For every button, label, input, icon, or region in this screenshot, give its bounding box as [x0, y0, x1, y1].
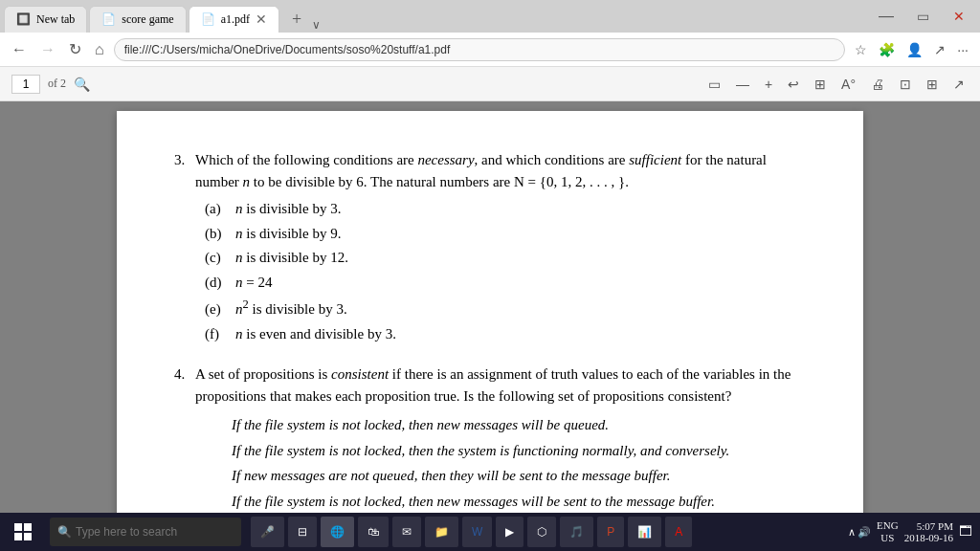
search-icon: 🔍 — [57, 525, 72, 540]
tab-icon: 📄 — [101, 12, 116, 27]
tab-icon: 🔲 — [16, 12, 31, 27]
maximize-button[interactable]: ▭ — [905, 4, 940, 29]
taskbar-powerpoint-icon[interactable]: P — [597, 517, 624, 547]
problem-3-necessary: necessary — [417, 152, 474, 167]
more-icon[interactable]: ··· — [953, 38, 972, 61]
tab-a1-pdf[interactable]: 📄 a1.pdf ✕ — [189, 6, 279, 33]
system-tray: ∧ 🔊 — [848, 526, 871, 539]
browser-chrome: 🔲 New tab 📄 score game 📄 a1.pdf ✕ + ∨ — … — [0, 0, 980, 67]
taskbar-explorer-icon[interactable]: 📁 — [425, 517, 458, 547]
page-total: of 2 — [48, 77, 66, 91]
language-indicator: ENG US — [877, 519, 899, 544]
pdf-toolbar: of 2 🔍 ▭ — + ↩ ⊞ A° 🖨 ⊡ ⊞ ↗ — [0, 67, 980, 101]
speaker-icon[interactable]: 🔊 — [858, 526, 871, 539]
taskbar-store-icon[interactable]: 🛍 — [358, 517, 389, 547]
fit-page-button[interactable]: ▭ — [704, 75, 724, 94]
pdf-search-button[interactable]: 🔍 — [74, 77, 90, 92]
taskbar-mic-icon[interactable]: 🎤 — [251, 517, 284, 547]
back-button[interactable]: ← — [8, 37, 31, 62]
problem-4-header: 4. A set of propositions is consistent i… — [174, 364, 806, 407]
proposition-4: If the file system is not locked, then n… — [232, 491, 806, 513]
bookmark-icon[interactable]: ☆ — [851, 38, 871, 61]
item-c-label: (c) — [205, 247, 232, 269]
item-a-text: n is divisible by 3. — [235, 198, 341, 220]
tab-chevron-icon[interactable]: ∨ — [312, 18, 321, 33]
notification-icon[interactable]: 🗔 — [959, 524, 972, 540]
problem-4-intro: A set of propositions is — [195, 366, 327, 382]
problem-3-intro2: , and which conditions are — [475, 152, 626, 167]
lang-label: ENG — [877, 519, 899, 532]
taskbar-word-icon[interactable]: W — [462, 517, 492, 547]
refresh-button[interactable]: ↻ — [65, 36, 85, 62]
problem-3-item-a: (a) n is divisible by 3. — [205, 198, 806, 220]
taskbar-right: ∧ 🔊 ENG US 5:07 PM 2018-09-16 🗔 — [840, 519, 980, 544]
problem-3-sufficient: sufficient — [629, 152, 681, 167]
item-c-text: n is divisible by 12. — [235, 247, 348, 269]
tab-label: score game — [122, 12, 173, 27]
problem-3-item-c: (c) n is divisible by 12. — [205, 247, 806, 269]
nav-bar: ← → ↻ ⌂ ☆ 🧩 👤 ↗ ··· — [0, 33, 980, 67]
problem-3-intro: Which of the following conditions are — [195, 152, 414, 167]
taskbar-apps: 🎤 ⊟ 🌐 🛍 ✉ 📁 W ▶ ⬡ 🎵 P 📊 A — [245, 517, 840, 547]
item-d-label: (d) — [205, 272, 232, 294]
item-b-text: n is divisible by 9. — [235, 223, 341, 245]
tab-score-game[interactable]: 📄 score game — [89, 6, 186, 33]
new-tab-button[interactable]: + — [283, 6, 310, 33]
taskbar-search[interactable]: 🔍 — [50, 518, 241, 546]
clock: 5:07 PM 2018-09-16 — [904, 520, 953, 543]
time-display: 5:07 PM — [904, 520, 953, 532]
zoom-in-button[interactable]: + — [761, 75, 776, 94]
problem-3-number: 3. — [174, 149, 191, 171]
problem-4-consistent: consistent — [331, 366, 389, 382]
forward-button[interactable]: → — [36, 37, 59, 62]
problem-3-item-b: (b) n is divisible by 9. — [205, 223, 806, 245]
taskbar-app6[interactable]: 🎵 — [560, 517, 593, 547]
pdf-content-area[interactable]: 3. Which of the following conditions are… — [0, 101, 980, 513]
proposition-1: If the file system is not locked, then n… — [232, 414, 806, 436]
nav-actions: ☆ 🧩 👤 ↗ ··· — [851, 38, 972, 61]
problem-3-item-f: (f) n is even and divisible by 3. — [205, 323, 806, 345]
spread-button[interactable]: ⊞ — [811, 75, 830, 94]
start-button[interactable] — [0, 513, 46, 551]
taskbar-edge-icon[interactable]: 🌐 — [321, 517, 354, 547]
problem-3: 3. Which of the following conditions are… — [174, 149, 806, 344]
home-button[interactable]: ⌂ — [91, 37, 108, 62]
taskbar-acrobat-icon[interactable]: A — [665, 517, 692, 547]
proposition-3: If new messages are not queued, then the… — [232, 465, 806, 487]
item-b-label: (b) — [205, 223, 232, 245]
problem-4: 4. A set of propositions is consistent i… — [174, 364, 806, 513]
font-button[interactable]: A° — [837, 75, 859, 94]
problem-4-text: A set of propositions is consistent if t… — [195, 364, 806, 407]
problem-4-propositions: If the file system is not locked, then n… — [232, 414, 806, 513]
save-button[interactable]: ⊡ — [896, 75, 915, 94]
url-bar[interactable] — [114, 38, 846, 61]
page-number-input[interactable] — [11, 75, 40, 94]
tab-label: a1.pdf — [221, 12, 250, 27]
problem-3-item-d: (d) n = 24 — [205, 272, 806, 294]
profile-icon[interactable]: 👤 — [902, 38, 926, 61]
rotate-button[interactable]: ↩ — [784, 75, 803, 94]
close-button[interactable]: ✕ — [942, 4, 976, 29]
item-e-label: (e) — [205, 298, 232, 320]
taskbar-vscode-icon[interactable]: ⬡ — [527, 517, 556, 547]
taskbar-search-input[interactable] — [76, 525, 219, 539]
taskbar-task-view[interactable]: ⊟ — [288, 517, 317, 547]
problem-3-items: (a) n is divisible by 3. (b) n is divisi… — [205, 198, 806, 344]
tab-new-tab[interactable]: 🔲 New tab — [4, 6, 87, 33]
extensions-icon[interactable]: 🧩 — [875, 38, 899, 61]
taskbar-mail-icon[interactable]: ✉ — [392, 517, 421, 547]
tab-close-icon[interactable]: ✕ — [256, 11, 267, 28]
taskbar-media-icon[interactable]: ▶ — [496, 517, 523, 547]
item-a-label: (a) — [205, 198, 232, 220]
share-icon[interactable]: ↗ — [930, 38, 949, 61]
network-icon: ∧ — [848, 526, 856, 539]
tab-icon: 📄 — [201, 12, 215, 27]
print-button[interactable]: 🖨 — [867, 75, 888, 94]
minimize-button[interactable]: — — [869, 4, 903, 29]
zoom-out-button[interactable]: — — [732, 75, 753, 94]
taskbar-app7[interactable]: 📊 — [628, 517, 661, 547]
more-tools-button[interactable]: ⊞ — [923, 75, 942, 94]
date-display: 2018-09-16 — [904, 532, 953, 543]
pdf-page: 3. Which of the following conditions are… — [117, 111, 863, 513]
fullscreen-button[interactable]: ↗ — [949, 75, 969, 94]
